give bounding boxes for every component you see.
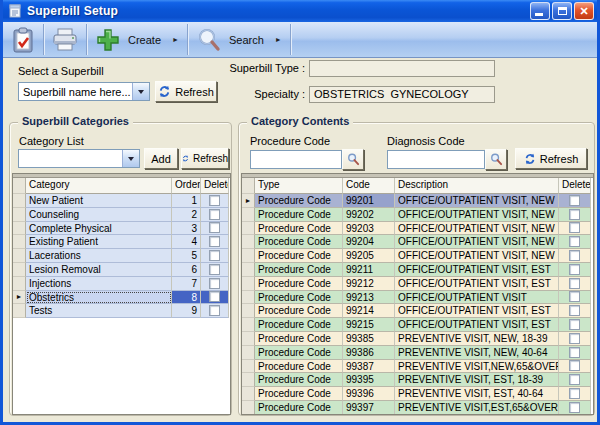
name-cell[interactable]: Obstetrics — [26, 291, 172, 305]
delete-checkbox[interactable] — [569, 209, 580, 220]
row-selector[interactable] — [13, 263, 26, 277]
row-selector[interactable] — [242, 208, 255, 222]
delete-checkbox[interactable] — [569, 402, 580, 413]
desc-cell[interactable]: OFFICE/OUTPATIENT VISIT, EST — [395, 277, 559, 291]
row-selector[interactable] — [13, 194, 26, 208]
delete-checkbox[interactable] — [569, 333, 580, 344]
type-cell[interactable]: Procedure Code — [255, 194, 343, 208]
order-cell[interactable]: 6 — [172, 263, 201, 277]
type-cell[interactable]: Procedure Code — [255, 373, 343, 387]
search-button[interactable]: Search ► — [188, 22, 290, 57]
close-button[interactable]: ✕ — [574, 2, 594, 20]
desc-cell[interactable]: OFFICE/OUTPATIENT VISIT, NEW — [395, 249, 559, 263]
table-row[interactable]: ►Obstetrics8 — [13, 291, 230, 305]
code-cell[interactable]: 99202 — [343, 208, 395, 222]
code-cell[interactable]: 99212 — [343, 277, 395, 291]
row-selector[interactable] — [13, 277, 26, 291]
order-cell[interactable]: 4 — [172, 235, 201, 249]
desc-cell[interactable]: PREVENTIVE VISIT, EST, 40-64 — [395, 387, 559, 401]
delete-checkbox[interactable] — [209, 278, 220, 289]
type-cell[interactable]: Procedure Code — [255, 318, 343, 332]
table-row[interactable]: Procedure Code99205OFFICE/OUTPATIENT VIS… — [242, 249, 593, 263]
desc-cell[interactable]: PREVENTIVE VISIT,EST,65&OVER — [395, 401, 559, 415]
table-row[interactable]: Procedure Code99202OFFICE/OUTPATIENT VIS… — [242, 208, 593, 222]
row-selector[interactable] — [13, 304, 26, 318]
row-selector[interactable] — [13, 235, 26, 249]
type-cell[interactable]: Procedure Code — [255, 222, 343, 236]
code-cell[interactable]: 99397 — [343, 401, 395, 415]
delete-checkbox[interactable] — [569, 388, 580, 399]
table-row[interactable]: Procedure Code99385PREVENTIVE VISIT, NEW… — [242, 332, 593, 346]
table-row[interactable]: Lacerations5 — [13, 249, 230, 263]
combo-dropdown-button[interactable] — [122, 150, 139, 167]
type-cell[interactable]: Procedure Code — [255, 304, 343, 318]
code-cell[interactable]: 99203 — [343, 222, 395, 236]
desc-cell[interactable]: OFFICE/OUTPATIENT VISIT, NEW — [395, 208, 559, 222]
row-selector[interactable] — [242, 249, 255, 263]
code-cell[interactable]: 99205 — [343, 249, 395, 263]
type-cell[interactable]: Procedure Code — [255, 291, 343, 305]
delete-checkbox[interactable] — [209, 291, 220, 302]
table-row[interactable]: Existing Patient4 — [13, 235, 230, 249]
code-cell[interactable]: 99213 — [343, 291, 395, 305]
code-cell[interactable]: 99204 — [343, 235, 395, 249]
table-row[interactable]: Complete Physical3 — [13, 222, 230, 236]
delete-checkbox[interactable] — [209, 264, 220, 275]
category-list-combobox[interactable] — [18, 149, 140, 168]
delete-checkbox[interactable] — [209, 195, 220, 206]
order-cell[interactable]: 7 — [172, 277, 201, 291]
name-cell[interactable]: Injections — [26, 277, 172, 291]
table-row[interactable]: Procedure Code99212OFFICE/OUTPATIENT VIS… — [242, 277, 593, 291]
table-row[interactable]: Procedure Code99395PREVENTIVE VISIT, EST… — [242, 373, 593, 387]
delete-checkbox[interactable] — [569, 278, 580, 289]
row-selector[interactable]: ► — [13, 291, 26, 305]
type-cell[interactable]: Procedure Code — [255, 332, 343, 346]
code-cell[interactable]: 99214 — [343, 304, 395, 318]
name-cell[interactable]: Counseling — [26, 208, 172, 222]
row-selector[interactable] — [242, 304, 255, 318]
name-cell[interactable]: Complete Physical — [26, 222, 172, 236]
desc-cell[interactable]: OFFICE/OUTPATIENT VISIT, NEW — [395, 235, 559, 249]
desc-cell[interactable]: OFFICE/OUTPATIENT VISIT — [395, 291, 559, 305]
type-cell[interactable]: Procedure Code — [255, 346, 343, 360]
diagnosis-code-search-button[interactable] — [485, 149, 507, 170]
row-selector[interactable] — [242, 346, 255, 360]
combo-dropdown-button[interactable] — [132, 83, 149, 100]
delete-checkbox[interactable] — [569, 347, 580, 358]
row-selector[interactable] — [242, 291, 255, 305]
name-cell[interactable]: Tests — [26, 304, 172, 318]
type-cell[interactable]: Procedure Code — [255, 360, 343, 374]
save-validate-button[interactable] — [3, 22, 43, 57]
code-cell[interactable]: 99396 — [343, 387, 395, 401]
delete-checkbox[interactable] — [209, 222, 220, 233]
table-row[interactable]: ►Procedure Code99201OFFICE/OUTPATIENT VI… — [242, 194, 593, 208]
table-row[interactable]: Injections7 — [13, 277, 230, 291]
code-cell[interactable]: 99215 — [343, 318, 395, 332]
name-cell[interactable]: Lesion Removal — [26, 263, 172, 277]
table-row[interactable]: Procedure Code99204OFFICE/OUTPATIENT VIS… — [242, 235, 593, 249]
row-selector[interactable] — [242, 373, 255, 387]
superbill-name-combobox[interactable]: Superbill name here... — [18, 82, 150, 101]
row-selector[interactable] — [242, 263, 255, 277]
delete-checkbox[interactable] — [569, 250, 580, 261]
delete-checkbox[interactable] — [569, 305, 580, 316]
delete-checkbox[interactable] — [569, 236, 580, 247]
table-row[interactable]: Procedure Code99211OFFICE/OUTPATIENT VIS… — [242, 263, 593, 277]
table-row[interactable]: Counseling2 — [13, 208, 230, 222]
row-selector[interactable] — [242, 222, 255, 236]
order-cell[interactable]: 8 — [172, 291, 201, 305]
name-cell[interactable]: Lacerations — [26, 249, 172, 263]
row-selector[interactable]: ► — [242, 194, 255, 208]
row-selector[interactable] — [242, 387, 255, 401]
delete-checkbox[interactable] — [209, 250, 220, 261]
row-selector[interactable] — [13, 208, 26, 222]
diagnosis-code-input[interactable] — [387, 150, 485, 169]
desc-cell[interactable]: OFFICE/OUTPATIENT VISIT, EST — [395, 318, 559, 332]
row-selector[interactable] — [13, 249, 26, 263]
type-cell[interactable]: Procedure Code — [255, 208, 343, 222]
desc-cell[interactable]: PREVENTIVE VISIT, NEW, 40-64 — [395, 346, 559, 360]
desc-cell[interactable]: PREVENTIVE VISIT, EST, 18-39 — [395, 373, 559, 387]
order-cell[interactable]: 1 — [172, 194, 201, 208]
code-cell[interactable]: 99211 — [343, 263, 395, 277]
delete-checkbox[interactable] — [569, 319, 580, 330]
